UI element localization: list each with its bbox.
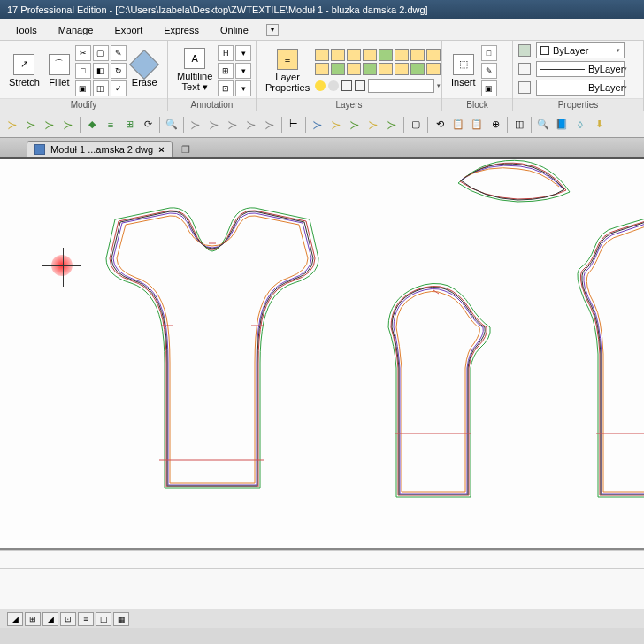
- modify-icon-2[interactable]: ▢: [93, 45, 109, 61]
- status-btn-3[interactable]: ◢: [42, 612, 58, 626]
- tb-down-icon[interactable]: ⬇: [590, 116, 608, 134]
- mtext-tool[interactable]: A Multiline Text ▾: [173, 46, 216, 95]
- tb-refresh-1[interactable]: ⟲: [431, 116, 448, 134]
- tb-arrow-g5[interactable]: ≻: [346, 116, 364, 134]
- layer-plot-icon[interactable]: [355, 80, 365, 91]
- tb-arrow-g5[interactable]: ≻: [261, 116, 279, 134]
- layer-swatch-4[interactable]: [363, 49, 377, 61]
- layer-swatch-b6[interactable]: [395, 63, 409, 75]
- props-list-icon[interactable]: [518, 81, 531, 94]
- tb-arrow-g3[interactable]: ≻: [224, 116, 242, 134]
- anno-icon-2[interactable]: ▾: [235, 45, 251, 61]
- tb-arrow-y2[interactable]: ≻: [364, 116, 382, 134]
- file-tab-active[interactable]: Moduł 1 ...amska 2.dwg ×: [27, 141, 172, 157]
- tab-close-button[interactable]: ×: [158, 144, 164, 155]
- layer-swatch-b4[interactable]: [363, 63, 377, 75]
- menu-dropdown[interactable]: ▾: [266, 24, 279, 36]
- tb-arrow-3[interactable]: ≻: [41, 116, 58, 134]
- block-icon-1[interactable]: □: [481, 45, 497, 61]
- layer-swatch-2[interactable]: [331, 49, 345, 61]
- lineweight-icon[interactable]: [518, 63, 531, 75]
- block-icon-2[interactable]: ✎: [481, 63, 497, 79]
- layer-lock-icon[interactable]: [341, 80, 352, 91]
- modify-icon-6[interactable]: ↻: [111, 63, 126, 79]
- layer-props-tool[interactable]: ≡ Layer Properties: [262, 47, 313, 95]
- layer-swatch-b3[interactable]: [347, 63, 361, 75]
- modify-icon-8[interactable]: ◫: [93, 80, 109, 96]
- tb-arrow-1[interactable]: ≻: [4, 116, 21, 134]
- match-props-icon[interactable]: [518, 44, 531, 57]
- layer-swatch-b8[interactable]: [426, 63, 441, 75]
- tb-clip-1[interactable]: 📋: [449, 116, 467, 134]
- color-selector[interactable]: ByLayer ▾: [536, 42, 625, 58]
- status-btn-6[interactable]: ◫: [96, 612, 111, 626]
- anno-icon-1[interactable]: H: [218, 45, 234, 61]
- menu-tools[interactable]: Tools: [4, 22, 48, 38]
- status-btn-7[interactable]: ▦: [113, 612, 129, 626]
- insert-tool[interactable]: ⬚ Insert: [448, 52, 479, 89]
- anno-icon-4[interactable]: ▾: [235, 63, 251, 79]
- tb-window-icon[interactable]: ◫: [510, 116, 528, 134]
- tb-arrow-b1[interactable]: ≻: [309, 116, 326, 134]
- tb-arrow-g6[interactable]: ≻: [383, 116, 401, 134]
- new-tab-button[interactable]: ❐: [176, 142, 196, 157]
- linetype-selector[interactable]: ByLayer ▾: [536, 61, 625, 77]
- layer-selector[interactable]: [368, 79, 434, 93]
- status-btn-1[interactable]: ◢: [7, 612, 23, 626]
- command-area[interactable]: [0, 548, 644, 609]
- modify-icon-1[interactable]: ✂: [75, 45, 91, 61]
- tb-arrow-2[interactable]: ≻: [22, 116, 40, 134]
- tb-3d-icon[interactable]: ◊: [571, 116, 589, 134]
- fillet-tool[interactable]: ⌒ Fillet: [45, 52, 73, 89]
- anno-icon-3[interactable]: ⊞: [218, 63, 234, 79]
- tb-clip-2[interactable]: 📋: [468, 116, 486, 134]
- anno-icon-5[interactable]: ⊡: [218, 80, 234, 96]
- tb-tool-4[interactable]: ⟳: [139, 116, 157, 134]
- layer-swatch-b2[interactable]: [331, 63, 345, 75]
- layer-swatch-3[interactable]: [347, 49, 361, 61]
- layer-dd-arrow[interactable]: ▾: [437, 82, 441, 89]
- menu-export[interactable]: Export: [104, 22, 153, 38]
- layer-swatch-7[interactable]: [410, 49, 425, 61]
- tb-arrow-4[interactable]: ≻: [59, 116, 77, 134]
- menu-express[interactable]: Express: [153, 22, 210, 38]
- layer-swatch-b5[interactable]: [379, 63, 393, 75]
- tb-measure-icon[interactable]: ⊢: [285, 116, 303, 134]
- tb-target-icon[interactable]: ⊕: [487, 116, 504, 134]
- layer-freeze-icon[interactable]: [328, 80, 339, 91]
- layer-swatch-8[interactable]: [426, 49, 441, 61]
- drawing-canvas[interactable]: [0, 159, 644, 548]
- modify-icon-5[interactable]: ◧: [93, 63, 109, 79]
- lineweight-selector[interactable]: ByLayer ▾: [536, 80, 625, 96]
- tb-arrow-g4[interactable]: ≻: [242, 116, 260, 134]
- tb-box-icon[interactable]: ▢: [407, 116, 425, 134]
- tb-tool-1[interactable]: ◆: [83, 116, 101, 134]
- layer-swatch-b1[interactable]: [315, 63, 329, 75]
- modify-icon-9[interactable]: ✓: [111, 80, 126, 96]
- stretch-tool[interactable]: ↗ Stretch: [5, 52, 43, 89]
- layer-swatch-b7[interactable]: [410, 63, 425, 75]
- tb-tool-2[interactable]: ≡: [102, 116, 119, 134]
- tb-book-icon[interactable]: 📘: [553, 116, 571, 134]
- status-btn-2[interactable]: ⊞: [25, 612, 41, 626]
- modify-icon-7[interactable]: ▣: [75, 80, 91, 96]
- status-btn-5[interactable]: ≡: [78, 612, 94, 626]
- erase-tool[interactable]: Erase: [128, 52, 161, 89]
- tb-zoom-icon[interactable]: 🔍: [534, 116, 552, 134]
- modify-icon-3[interactable]: ✎: [111, 45, 126, 61]
- menu-manage[interactable]: Manage: [48, 22, 104, 38]
- tb-arrow-y1[interactable]: ≻: [327, 116, 345, 134]
- layer-visible-icon[interactable]: [315, 80, 326, 91]
- tb-tool-3[interactable]: ⊞: [120, 116, 138, 134]
- layer-swatch-1[interactable]: [315, 49, 329, 61]
- layer-swatch-5[interactable]: [379, 49, 393, 61]
- status-btn-4[interactable]: ⊡: [60, 612, 76, 626]
- menu-online[interactable]: Online: [210, 22, 259, 38]
- anno-icon-6[interactable]: ▾: [235, 80, 251, 96]
- tb-search-icon[interactable]: 🔍: [163, 116, 180, 134]
- tb-arrow-g2[interactable]: ≻: [205, 116, 223, 134]
- modify-icon-4[interactable]: □: [75, 63, 91, 79]
- tb-arrow-g1[interactable]: ≻: [187, 116, 204, 134]
- layer-swatch-6[interactable]: [395, 49, 409, 61]
- block-icon-3[interactable]: ▣: [481, 80, 497, 96]
